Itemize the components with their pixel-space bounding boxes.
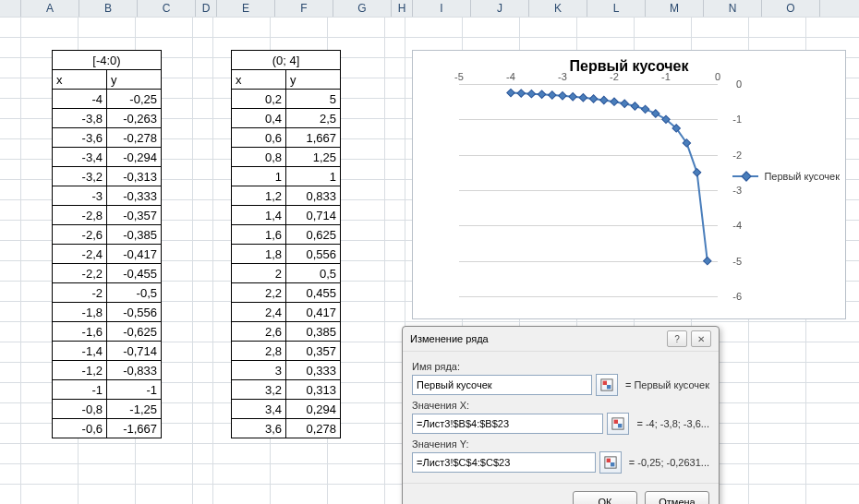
table-row[interactable]: 0,42,5 (232, 109, 341, 128)
cell[interactable]: 0,625 (286, 225, 341, 245)
cell[interactable]: -3,6 (53, 128, 107, 148)
cell[interactable]: 0,417 (286, 303, 341, 322)
table-row[interactable]: 0,61,667 (232, 128, 341, 148)
table-row[interactable]: -3,8-0,263 (53, 109, 162, 128)
cell[interactable]: -0,5 (107, 283, 162, 303)
cell[interactable]: -0,333 (107, 186, 162, 206)
cell[interactable]: 1,4 (232, 206, 286, 225)
table-row[interactable]: -2,8-0,357 (53, 206, 162, 225)
cell[interactable]: 1,25 (286, 148, 341, 167)
cell[interactable]: -3,2 (53, 167, 107, 186)
table-row[interactable]: -4-0,25 (53, 90, 162, 109)
column-header[interactable]: J (471, 0, 529, 17)
table-row[interactable]: 3,40,294 (232, 400, 341, 419)
cell[interactable]: -0,263 (107, 109, 162, 128)
table-row[interactable]: 0,81,25 (232, 148, 341, 167)
series-name-input[interactable] (412, 375, 592, 395)
cell[interactable]: -2,4 (53, 245, 107, 264)
cell[interactable]: 0,294 (286, 400, 341, 419)
cell[interactable]: 2,8 (232, 342, 286, 361)
cell[interactable]: -1,2 (53, 361, 107, 380)
cell[interactable]: -2,2 (53, 264, 107, 283)
table-row[interactable]: -3,2-0,313 (53, 167, 162, 186)
cell[interactable]: 0,714 (286, 206, 341, 225)
cell[interactable]: 0,6 (232, 128, 286, 148)
ok-button[interactable]: ОК (573, 491, 637, 504)
cell[interactable]: -0,8 (53, 400, 107, 419)
cell[interactable]: -1,8 (53, 303, 107, 322)
chart-legend[interactable]: Первый кусочек (732, 171, 840, 182)
column-header[interactable]: B (79, 0, 138, 17)
table2-range[interactable]: (0; 4] (232, 51, 341, 70)
table1-header-x[interactable]: x (53, 70, 107, 90)
cell[interactable]: -3 (53, 186, 107, 206)
cell[interactable]: 2,2 (232, 283, 286, 303)
table-row[interactable]: -2-0,5 (53, 283, 162, 303)
cell[interactable]: -0,417 (107, 245, 162, 264)
cell[interactable]: -0,25 (107, 90, 162, 109)
range-selector-button[interactable] (596, 374, 618, 396)
cell[interactable]: 3,6 (232, 419, 286, 438)
cell[interactable]: 2,6 (232, 322, 286, 342)
cell[interactable]: 0,8 (232, 148, 286, 167)
table-row[interactable]: 2,60,385 (232, 322, 341, 342)
x-values-input[interactable] (412, 414, 603, 434)
table2-header-x[interactable]: x (232, 70, 286, 90)
cell[interactable]: -1,25 (107, 400, 162, 419)
cell[interactable]: 5 (286, 90, 341, 109)
table-row[interactable]: -2,6-0,385 (53, 225, 162, 245)
column-header[interactable]: L (587, 0, 646, 17)
cell[interactable]: 3 (232, 361, 286, 380)
table-row[interactable]: 30,333 (232, 361, 341, 380)
table-row[interactable]: 1,40,714 (232, 206, 341, 225)
cancel-button[interactable]: Отмена (645, 491, 709, 504)
table-row[interactable]: -1,8-0,556 (53, 303, 162, 322)
cell[interactable]: -1,667 (107, 419, 162, 438)
table-row[interactable]: 2,40,417 (232, 303, 341, 322)
cell[interactable]: -4 (53, 90, 107, 109)
column-header[interactable]: C (138, 0, 196, 17)
table-row[interactable]: 3,60,278 (232, 419, 341, 438)
table2-header-y[interactable]: y (286, 70, 341, 90)
table-row[interactable]: -2,2-0,455 (53, 264, 162, 283)
range-selector-button[interactable] (607, 413, 629, 435)
cell[interactable]: 1,667 (286, 128, 341, 148)
cell[interactable]: -1,4 (53, 342, 107, 361)
cell[interactable]: 1,6 (232, 225, 286, 245)
chart-container[interactable]: Первый кусочек 0-1-2-3-4-5-6-5-4-3-2-10 … (412, 50, 846, 319)
column-header[interactable]: G (333, 0, 392, 17)
cell[interactable]: 0,556 (286, 245, 341, 264)
cell[interactable]: 0,5 (286, 264, 341, 283)
cell[interactable]: 2 (232, 264, 286, 283)
table-row[interactable]: 20,5 (232, 264, 341, 283)
column-header[interactable]: K (529, 0, 587, 17)
table-row[interactable]: -1,4-0,714 (53, 342, 162, 361)
cell[interactable]: -0,278 (107, 128, 162, 148)
grid-area[interactable]: [-4:0) x y -4-0,25-3,8-0,263-3,6-0,278-3… (0, 17, 859, 504)
column-headers[interactable]: ABCDEFGHIJKLMNO (0, 0, 859, 18)
cell[interactable]: -0,556 (107, 303, 162, 322)
cell[interactable]: -0,357 (107, 206, 162, 225)
cell[interactable]: -0,6 (53, 419, 107, 438)
cell[interactable]: -0,455 (107, 264, 162, 283)
column-header[interactable]: M (646, 0, 704, 17)
cell[interactable]: 3,2 (232, 380, 286, 400)
cell[interactable]: -0,313 (107, 167, 162, 186)
table-row[interactable]: 1,20,833 (232, 186, 341, 206)
table-row[interactable]: -0,8-1,25 (53, 400, 162, 419)
cell[interactable]: 2,5 (286, 109, 341, 128)
table1-range[interactable]: [-4:0) (53, 51, 162, 70)
cell[interactable]: 1 (232, 167, 286, 186)
cell[interactable]: -2,6 (53, 225, 107, 245)
table-row[interactable]: 2,20,455 (232, 283, 341, 303)
cell[interactable]: -2 (53, 283, 107, 303)
dialog-titlebar[interactable]: Изменение ряда ? ✕ (403, 327, 719, 352)
cell[interactable]: 0,333 (286, 361, 341, 380)
table-row[interactable]: 2,80,357 (232, 342, 341, 361)
cell[interactable]: 1 (286, 167, 341, 186)
cell[interactable]: 1,2 (232, 186, 286, 206)
column-header[interactable]: A (21, 0, 79, 17)
cell[interactable]: 2,4 (232, 303, 286, 322)
cell[interactable]: 0,278 (286, 419, 341, 438)
table1-header-y[interactable]: y (107, 70, 162, 90)
